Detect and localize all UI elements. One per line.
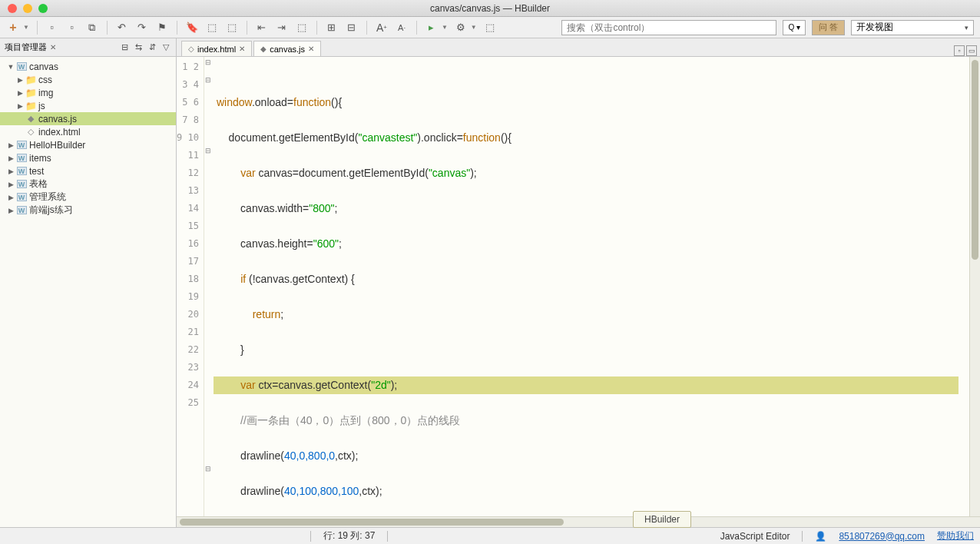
tab-label: index.html — [197, 45, 236, 54]
tree-item-img[interactable]: ▶img — [0, 86, 176, 99]
step-fwd-icon[interactable]: ⇥ — [275, 21, 289, 35]
fold-toggle-icon[interactable]: ⊟ — [205, 465, 211, 473]
tree-label: HelloHBuilder — [29, 140, 85, 151]
fold-column: ⊟ ⊟ ⊟ ⊟ — [204, 57, 214, 516]
tree-item-canvas[interactable]: ▼Wcanvas — [0, 60, 176, 73]
tab-canvas-js[interactable]: ◆canvas.js✕ — [253, 41, 321, 56]
code-content[interactable]: window.onload=function(){ document.getEl… — [214, 57, 969, 516]
scrollbar-thumb[interactable] — [972, 60, 978, 260]
window-controls — [0, 4, 48, 13]
perspective-selector[interactable]: 开发视图▾ — [851, 20, 974, 35]
save-all-icon[interactable]: ▫ — [65, 21, 79, 35]
tree-item-mgmt[interactable]: ▶W管理系统 — [0, 191, 176, 204]
fold-toggle-icon[interactable]: ⊟ — [205, 76, 211, 84]
new-dropdown-icon[interactable]: ▼ — [23, 24, 29, 31]
undo-icon[interactable]: ↶ — [115, 21, 129, 35]
view-menu-icon[interactable]: ▽ — [161, 42, 171, 53]
code-editor[interactable]: 1 2 3 4 5 6 7 8 9 10 11 12 13 14 15 16 1… — [177, 57, 980, 516]
wrap-icon[interactable]: ⬚ — [295, 21, 309, 35]
tree-item-hellohbuilder[interactable]: ▶WHelloHBuilder — [0, 138, 176, 151]
scrollbar-thumb[interactable] — [180, 519, 564, 526]
step-back-icon[interactable]: ⇤ — [255, 21, 269, 35]
outdent-icon[interactable]: ⬚ — [205, 21, 219, 35]
tree-item-items[interactable]: ▶Witems — [0, 151, 176, 164]
tree-label: index.html — [38, 127, 81, 138]
panel-close-icon[interactable]: ✕ — [50, 43, 56, 51]
settings-dropdown-icon[interactable]: ▼ — [471, 24, 477, 31]
panel-header: 项目管理器 ✕ ⊟ ⇆ ⇵ ▽ — [0, 38, 176, 57]
status-bar: 行: 19 列: 37 JavaScript Editor 👤 85180726… — [0, 527, 980, 544]
minimize-pane-icon[interactable]: ▫ — [954, 45, 965, 56]
tab-label: canvas.js — [270, 45, 305, 54]
folder-icon — [25, 101, 37, 111]
redo-icon[interactable]: ↷ — [135, 21, 149, 35]
tree-label: items — [29, 153, 51, 164]
tree-label: canvas — [29, 61, 58, 72]
copy-icon[interactable]: ⧉ — [85, 21, 99, 35]
horizontal-scrollbar[interactable] — [177, 516, 980, 527]
collapse-all-icon[interactable]: ⊟ — [119, 42, 130, 53]
tab-controls: ▫ ▭ — [954, 45, 980, 56]
expand-icon[interactable]: ⊞ — [325, 21, 339, 35]
editor-tabs: ◇index.html✕ ◆canvas.js✕ ▫ ▭ — [177, 38, 980, 57]
close-window-icon[interactable] — [8, 4, 17, 13]
tooltip: HBuilder — [633, 511, 691, 528]
tree-label: js — [38, 101, 45, 111]
js-file-icon: ◆ — [260, 45, 267, 53]
tree-item-table[interactable]: ▶W表格 — [0, 177, 176, 191]
run-dropdown-icon[interactable]: ▼ — [442, 24, 448, 31]
font-decrease-icon[interactable]: A- — [395, 21, 409, 35]
fold-toggle-icon[interactable]: ⊟ — [205, 58, 211, 66]
minimize-window-icon[interactable] — [23, 4, 32, 13]
font-increase-icon[interactable]: A+ — [375, 21, 389, 35]
collapse-icon[interactable]: ⊟ — [345, 21, 359, 35]
project-explorer-panel: 项目管理器 ✕ ⊟ ⇆ ⇵ ▽ ▼Wcanvas ▶css ▶img ▶js ◆… — [0, 38, 177, 527]
js-file-icon: ◆ — [25, 114, 37, 124]
fold-toggle-icon[interactable]: ⊟ — [205, 147, 211, 154]
tab-close-icon[interactable]: ✕ — [308, 45, 314, 53]
maximize-pane-icon[interactable]: ▭ — [966, 45, 977, 56]
flag-icon[interactable]: ⚑ — [155, 21, 169, 35]
html-file-icon: ◇ — [188, 45, 194, 53]
panel-title: 项目管理器 — [5, 41, 47, 53]
bookmark-icon[interactable]: 🔖 — [185, 21, 199, 35]
tab-index-html[interactable]: ◇index.html✕ — [181, 41, 252, 56]
tree-label: test — [29, 166, 44, 177]
title-bar: canvas/canvas.js — HBuilder — [0, 0, 980, 17]
user-icon: 👤 — [815, 531, 826, 542]
tree-item-frontend-js[interactable]: ▶W前端js练习 — [0, 204, 176, 217]
cursor-position: 行: 19 列: 37 — [323, 529, 375, 542]
qa-button[interactable]: 问 答 — [812, 20, 845, 35]
line-gutter: 1 2 3 4 5 6 7 8 9 10 11 12 13 14 15 16 1… — [177, 57, 204, 516]
main-split: 项目管理器 ✕ ⊟ ⇆ ⇵ ▽ ▼Wcanvas ▶css ▶img ▶js ◆… — [0, 38, 980, 527]
editor-area: ◇index.html✕ ◆canvas.js✕ ▫ ▭ 1 2 3 4 5 6… — [177, 38, 980, 527]
sponsor-link[interactable]: 赞助我们 — [937, 529, 974, 542]
filter-icon[interactable]: ⇵ — [147, 42, 157, 53]
project-tree: ▼Wcanvas ▶css ▶img ▶js ◆canvas.js ◇index… — [0, 57, 176, 220]
folder-icon — [25, 75, 37, 85]
user-email-link[interactable]: 851807269@qq.com — [839, 531, 925, 542]
search-scope-dropdown[interactable]: Q ▾ — [783, 20, 806, 35]
tree-item-js[interactable]: ▶js — [0, 99, 176, 112]
settings-icon[interactable]: ⚙ — [454, 21, 468, 35]
search-input[interactable] — [561, 20, 776, 35]
tree-item-canvas-js[interactable]: ◆canvas.js — [0, 112, 176, 125]
preview-icon[interactable]: ⬚ — [483, 21, 497, 35]
maximize-window-icon[interactable] — [38, 4, 48, 13]
indent-icon[interactable]: ⬚ — [225, 21, 239, 35]
tree-label: 前端js练习 — [29, 204, 73, 217]
tab-close-icon[interactable]: ✕ — [239, 45, 245, 53]
tree-item-test[interactable]: ▶Wtest — [0, 164, 176, 177]
perspective-label: 开发视图 — [856, 21, 893, 34]
html-file-icon: ◇ — [25, 127, 37, 137]
run-button[interactable]: ▸ — [425, 21, 439, 35]
tree-label: 管理系统 — [29, 191, 66, 204]
tree-label: 表格 — [29, 177, 48, 191]
link-editor-icon[interactable]: ⇆ — [133, 42, 144, 53]
main-toolbar: +▼ ▫ ▫ ⧉ ↶ ↷ ⚑ 🔖 ⬚ ⬚ ⇤ ⇥ ⬚ ⊞ ⊟ A+ A- ▸▼ … — [0, 17, 980, 38]
new-button[interactable]: + — [6, 21, 20, 35]
save-icon[interactable]: ▫ — [45, 21, 59, 35]
tree-item-index-html[interactable]: ◇index.html — [0, 125, 176, 138]
tree-item-css[interactable]: ▶css — [0, 73, 176, 86]
vertical-scrollbar[interactable] — [969, 57, 980, 516]
